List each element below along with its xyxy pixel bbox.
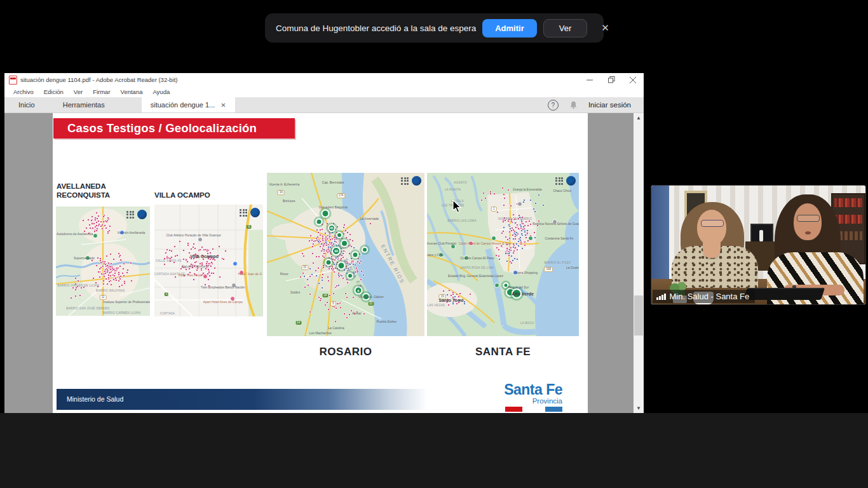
case-dot — [369, 222, 372, 225]
map-marker-shield: 34 — [278, 190, 285, 195]
case-dot — [190, 257, 193, 260]
case-dot — [333, 271, 336, 273]
case-dot — [173, 261, 175, 264]
case-dot — [98, 268, 101, 270]
tab-inicio[interactable]: Inicio — [4, 97, 49, 112]
map-place-label: Pueblo Esther — [377, 320, 397, 323]
menu-ver[interactable]: Ver — [69, 88, 88, 95]
map-place-label: BARRIO SAN JOSÉ OBRERO — [66, 306, 109, 309]
close-window-button[interactable] — [622, 73, 644, 86]
case-dot — [190, 263, 193, 266]
map-marker-shield-g: 14 — [295, 321, 301, 325]
case-dot — [95, 229, 98, 232]
waiting-room-banner: Comuna de Hugentobler accedió a la sala … — [265, 13, 604, 43]
title-bar: situación dengue 1104.pdf - Adobe Acroba… — [4, 73, 644, 86]
menu-ventana[interactable]: Ventana — [116, 88, 148, 95]
menu-ayuda[interactable]: Ayuda — [147, 88, 175, 95]
map-marker-cluster — [362, 247, 368, 253]
case-dot — [72, 287, 74, 289]
case-dot — [508, 224, 510, 226]
restore-button[interactable] — [600, 73, 622, 86]
case-dot — [328, 268, 330, 270]
map-place-label: Los Machachos — [309, 331, 332, 335]
scroll-down-icon[interactable]: ▼ — [634, 403, 644, 413]
case-dot — [348, 313, 351, 316]
case-dot — [329, 246, 332, 248]
scrollbar[interactable]: ▲ ▼ — [634, 113, 644, 413]
case-dot — [316, 229, 318, 231]
case-dot — [448, 289, 451, 292]
case-dot — [74, 288, 77, 291]
menu-bar: Archivo Edición Ver Firmar Ventana Ayuda — [4, 86, 644, 97]
case-dot — [514, 247, 517, 249]
case-dot — [309, 234, 312, 237]
case-dot — [512, 243, 515, 245]
case-dot — [508, 237, 511, 240]
help-icon[interactable]: ? — [548, 100, 559, 111]
case-dot — [193, 243, 195, 245]
case-dot — [306, 278, 309, 281]
case-dot — [105, 255, 108, 257]
case-dot — [446, 301, 449, 303]
case-dot — [74, 283, 77, 285]
case-dot — [112, 278, 115, 281]
case-dot — [352, 263, 355, 266]
case-dot — [126, 271, 128, 274]
view-button[interactable]: Ver — [543, 19, 588, 37]
logo-line2: Provincia — [501, 397, 562, 405]
scroll-up-icon[interactable]: ▲ — [634, 113, 644, 123]
slide-title-banner: Casos Testigos / Geolocalización — [53, 118, 295, 139]
case-dot — [188, 268, 191, 270]
map-place-label: Instituto Superior de Profesionales — [103, 300, 150, 304]
case-dot — [200, 268, 203, 270]
map-overlay: 11Autódromo de AvellanedaVicentín Avella… — [56, 207, 150, 316]
case-dot — [95, 212, 98, 214]
case-dot — [96, 217, 98, 220]
map-label-villa-ocampo: VILLA OCAMPO — [154, 191, 210, 200]
case-dot — [109, 274, 112, 277]
case-dot — [507, 189, 510, 191]
case-dot — [102, 215, 105, 218]
case-dot — [442, 290, 445, 292]
bell-icon[interactable] — [569, 100, 578, 109]
case-dot — [520, 241, 522, 243]
menu-firmar[interactable]: Firmar — [88, 88, 115, 95]
case-dot — [194, 253, 197, 255]
case-dot — [350, 309, 353, 312]
case-dot — [188, 252, 191, 254]
case-dot — [342, 277, 344, 280]
map-marker-shield-g: 21 — [368, 302, 374, 306]
case-dot — [519, 239, 522, 241]
case-dot — [356, 311, 358, 313]
admit-button[interactable]: Admitir — [482, 19, 537, 37]
menu-edicion[interactable]: Edición — [39, 88, 69, 95]
case-dot — [299, 276, 302, 278]
participant-video-tile[interactable]: Min. Salud - Santa Fe — [651, 185, 866, 305]
case-dot — [347, 268, 349, 270]
case-dot — [332, 292, 335, 295]
map-marker-shield-g: 11 — [246, 225, 252, 229]
tab-close-icon[interactable]: ✕ — [220, 102, 226, 109]
case-dot — [315, 269, 317, 272]
case-dot — [102, 261, 104, 263]
case-dot — [74, 295, 77, 297]
case-dot — [179, 240, 181, 243]
case-dot — [353, 313, 356, 315]
scrollbar-thumb[interactable] — [634, 295, 643, 336]
map-place-label: LA RANITA — [445, 187, 461, 191]
map-place-label: LA BOCA — [520, 322, 534, 325]
tab-herramientas[interactable]: Herramientas — [49, 97, 119, 112]
case-dot — [351, 240, 354, 242]
case-dot — [101, 227, 104, 230]
menu-archivo[interactable]: Archivo — [8, 88, 39, 95]
case-dot — [189, 271, 191, 274]
tab-document[interactable]: situación dengue 1... ✕ — [142, 97, 235, 112]
case-dot — [447, 299, 449, 301]
case-dot — [208, 285, 210, 287]
map-marker-cluster — [341, 240, 348, 247]
case-dot — [187, 242, 189, 245]
close-icon[interactable]: ✕ — [597, 22, 613, 34]
map-place-label: Cap. Bermúdez — [322, 180, 344, 184]
sign-in-button[interactable]: Iniciar sesión — [588, 101, 631, 109]
minimize-button[interactable] — [579, 73, 600, 86]
